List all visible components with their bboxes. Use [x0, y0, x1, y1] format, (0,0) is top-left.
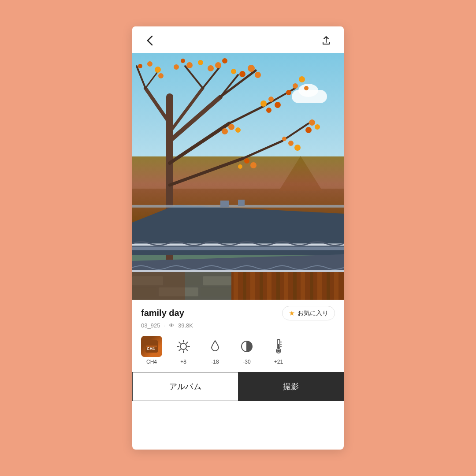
svg-point-30 — [158, 73, 164, 78]
svg-rect-100 — [278, 344, 279, 349]
svg-point-16 — [248, 65, 255, 72]
filters-row: CH4 CH4 — [141, 334, 335, 368]
svg-point-31 — [260, 100, 267, 107]
svg-line-91 — [179, 350, 180, 351]
svg-line-10 — [137, 66, 145, 88]
svg-point-21 — [222, 58, 227, 63]
svg-point-40 — [305, 127, 312, 133]
filter-temperature-icon — [268, 336, 289, 357]
svg-rect-55 — [220, 201, 229, 207]
filter-item-ch4[interactable]: CH4 CH4 — [141, 336, 162, 365]
back-button[interactable] — [143, 33, 157, 48]
svg-point-46 — [235, 127, 241, 133]
svg-point-25 — [181, 59, 185, 63]
svg-line-11 — [145, 71, 159, 88]
svg-line-12 — [229, 106, 264, 123]
svg-rect-56 — [238, 200, 245, 206]
svg-point-41 — [288, 141, 294, 146]
shoot-button[interactable]: 撮影 — [238, 372, 344, 401]
filter-brightness-icon — [173, 336, 194, 357]
svg-point-22 — [208, 65, 214, 71]
filter-item-brightness[interactable]: +8 — [173, 336, 194, 365]
svg-line-3 — [170, 123, 229, 163]
bottom-buttons: アルバム 撮影 — [132, 372, 344, 401]
svg-point-39 — [315, 124, 320, 130]
svg-point-42 — [294, 145, 301, 151]
svg-rect-58 — [132, 270, 344, 272]
svg-rect-80 — [132, 272, 185, 300]
svg-line-4 — [170, 159, 242, 185]
title-row: family day ★ お気に入り — [141, 306, 335, 320]
top-bar — [132, 26, 344, 53]
svg-point-47 — [222, 128, 228, 134]
svg-point-45 — [228, 124, 234, 130]
filter-item-temperature[interactable]: +21 — [268, 336, 289, 365]
svg-point-50 — [238, 164, 242, 169]
svg-point-29 — [138, 64, 142, 68]
filter-ch4-preview: CH4 — [141, 336, 162, 357]
filter-water-icon — [205, 336, 226, 357]
meta-row: 03_925 · 👁 39.8K — [141, 322, 335, 329]
svg-point-23 — [198, 60, 203, 65]
filter-ch4-box: CH4 — [141, 336, 162, 357]
svg-point-32 — [268, 97, 274, 102]
svg-point-36 — [304, 86, 309, 90]
info-section: family day ★ お気に入り 03_925 · 👁 39.8K — [132, 300, 344, 372]
filter-item-contrast[interactable]: -30 — [236, 336, 257, 365]
svg-point-44 — [266, 108, 271, 113]
filter-ch4-label: CH4 — [146, 359, 157, 365]
view-count: 39.8K — [178, 322, 193, 329]
filter-water-label: -18 — [211, 359, 219, 365]
svg-rect-79 — [201, 287, 231, 296]
svg-point-27 — [155, 67, 161, 73]
svg-line-13 — [242, 141, 282, 159]
svg-point-17 — [239, 71, 245, 77]
star-icon: ★ — [289, 309, 295, 317]
filter-item-water[interactable]: -18 — [205, 336, 226, 365]
photo-title: family day — [141, 308, 184, 318]
svg-point-38 — [309, 119, 315, 126]
svg-point-43 — [282, 137, 286, 141]
svg-point-19 — [231, 69, 236, 74]
share-button[interactable] — [319, 33, 333, 48]
filter-brightness-label: +8 — [180, 359, 186, 365]
svg-point-84 — [180, 343, 186, 350]
svg-line-92 — [186, 342, 188, 343]
svg-line-89 — [179, 342, 180, 343]
filter-contrast-icon — [236, 336, 257, 357]
svg-line-2 — [145, 88, 170, 123]
svg-marker-57 — [132, 254, 344, 272]
view-icon: 👁 — [169, 322, 175, 329]
photo-display — [132, 53, 344, 300]
svg-rect-76 — [203, 276, 231, 285]
favorite-button[interactable]: ★ お気に入り — [282, 306, 335, 320]
svg-point-26 — [174, 64, 179, 70]
svg-point-18 — [255, 72, 261, 78]
svg-point-37 — [286, 90, 291, 95]
favorite-label: お気に入り — [298, 309, 328, 317]
svg-line-90 — [186, 350, 188, 351]
svg-point-35 — [299, 76, 305, 82]
filter-temperature-label: +21 — [274, 359, 283, 365]
svg-point-33 — [275, 102, 281, 108]
svg-point-34 — [293, 83, 298, 89]
svg-point-20 — [215, 62, 221, 68]
svg-point-24 — [186, 62, 193, 68]
filter-contrast-label: -30 — [243, 359, 250, 365]
svg-point-101 — [277, 350, 280, 352]
svg-point-49 — [250, 162, 257, 168]
svg-point-48 — [244, 158, 249, 164]
author-label: 03_925 — [141, 322, 160, 329]
album-button[interactable]: アルバム — [132, 372, 238, 401]
svg-point-28 — [147, 61, 152, 67]
phone-screen: family day ★ お気に入り 03_925 · 👁 39.8K — [132, 26, 344, 450]
svg-text:CH4: CH4 — [147, 346, 155, 351]
svg-line-9 — [185, 66, 203, 88]
separator: · — [164, 322, 165, 329]
